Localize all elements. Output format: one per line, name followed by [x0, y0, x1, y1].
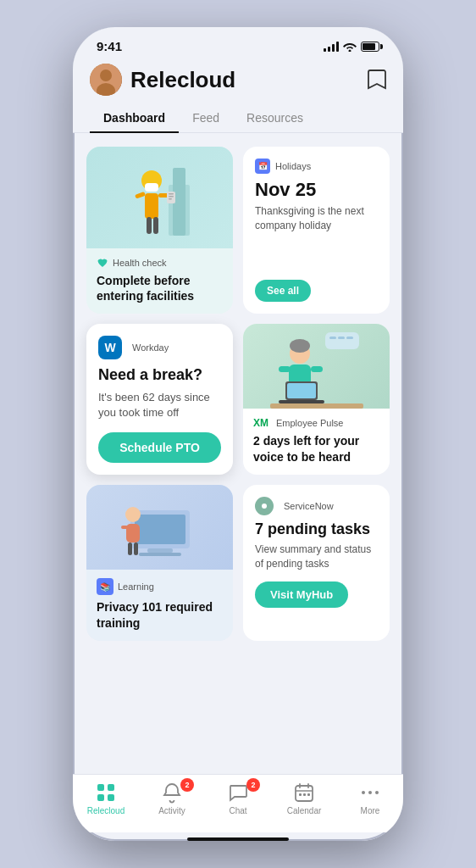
- employee-pulse-card[interactable]: XM Employee Pulse 2 days left for your v…: [243, 324, 390, 475]
- header-left: Relecloud: [90, 64, 235, 96]
- svg-point-1: [100, 70, 112, 81]
- nav-activity-label: Activity: [158, 806, 185, 815]
- svg-rect-28: [270, 403, 363, 409]
- svg-rect-15: [153, 217, 158, 234]
- tab-resources[interactable]: Resources: [233, 104, 317, 133]
- svg-rect-35: [121, 526, 128, 529]
- svg-rect-7: [145, 193, 158, 219]
- activity-badge: 2: [180, 778, 194, 792]
- pulse-card-content: XM Employee Pulse 2 days left for your v…: [243, 409, 390, 474]
- svg-point-50: [375, 791, 379, 794]
- svg-rect-37: [134, 542, 138, 555]
- svg-rect-46: [303, 793, 306, 796]
- svg-rect-45: [299, 793, 302, 796]
- workday-logo-icon: W: [98, 336, 122, 359]
- svg-rect-24: [311, 366, 323, 372]
- calendar-nav-icon: [293, 782, 315, 804]
- svg-rect-6: [145, 183, 158, 192]
- relecloud-nav-icon: [95, 782, 117, 804]
- svg-rect-18: [338, 337, 345, 339]
- svg-rect-30: [135, 515, 185, 544]
- svg-point-48: [362, 791, 365, 794]
- battery-icon: [361, 42, 379, 52]
- svg-rect-8: [135, 192, 146, 199]
- health-illustration: [86, 147, 233, 248]
- learning-card-content: 📚 Learning Privacy 101 required training: [86, 570, 233, 640]
- pulse-title: 2 days left for your voice to be heard: [253, 433, 379, 464]
- header: Relecloud: [73, 57, 403, 104]
- sn-title: 7 pending tasks: [255, 520, 378, 539]
- svg-rect-34: [126, 524, 140, 542]
- nav-more[interactable]: More: [345, 782, 396, 815]
- holidays-calendar-icon: 📅: [255, 159, 270, 174]
- bottom-nav: Relecloud 2 Activity 2 Chat: [73, 774, 403, 832]
- sn-source-row: ServiceNow: [255, 497, 378, 515]
- health-check-card[interactable]: Health check Complete before entering fa…: [86, 147, 233, 314]
- svg-rect-16: [325, 332, 359, 349]
- svg-rect-27: [279, 400, 324, 403]
- tab-dashboard[interactable]: Dashboard: [90, 104, 179, 133]
- signal-icon: [324, 42, 339, 52]
- svg-rect-23: [279, 366, 291, 372]
- content-bottom-spacer: [86, 651, 390, 665]
- status-time: 9:41: [97, 39, 122, 53]
- svg-rect-42: [97, 794, 104, 801]
- svg-rect-36: [128, 542, 132, 555]
- svg-point-33: [125, 507, 141, 522]
- home-indicator: [187, 837, 289, 841]
- tab-feed[interactable]: Feed: [179, 104, 233, 133]
- sn-source-label: ServiceNow: [284, 501, 334, 511]
- workday-source-row: W Workday: [98, 336, 221, 359]
- bookmark-icon[interactable]: [368, 69, 386, 91]
- heart-icon: [97, 257, 108, 269]
- book-icon: 📚: [97, 578, 113, 595]
- row-3: 📚 Learning Privacy 101 required training: [86, 485, 390, 640]
- learning-figure-svg: [109, 485, 211, 570]
- holidays-source-label: Holidays: [275, 161, 311, 171]
- avatar: [90, 64, 122, 96]
- phone-shell: 9:41 Relecloud: [73, 27, 403, 841]
- app-title: Relecloud: [130, 67, 235, 93]
- holiday-description: Thanksgiving is the next company holiday: [255, 204, 378, 271]
- nav-calendar[interactable]: Calendar: [279, 782, 329, 815]
- pulse-source: XM Employee Pulse: [253, 417, 379, 429]
- learning-card[interactable]: 📚 Learning Privacy 101 required training: [86, 485, 233, 640]
- workday-source-label: Workday: [132, 342, 169, 353]
- svg-point-49: [368, 791, 372, 794]
- status-icons: [324, 42, 379, 52]
- svg-rect-19: [346, 337, 353, 339]
- nav-activity[interactable]: 2 Activity: [147, 782, 197, 815]
- servicenow-card[interactable]: ServiceNow 7 pending tasks View summary …: [243, 485, 390, 640]
- schedule-pto-button[interactable]: Schedule PTO: [98, 432, 221, 463]
- nav-relecloud-label: Relecloud: [87, 806, 125, 815]
- row-2: W Workday Need a break? It's been 62 day…: [86, 324, 390, 475]
- visit-myhub-button[interactable]: Visit MyHub: [255, 581, 348, 608]
- servicenow-logo-icon: [255, 497, 274, 515]
- pulse-illustration: [243, 324, 390, 409]
- more-nav-icon: [359, 782, 381, 804]
- nav-more-label: More: [361, 806, 380, 815]
- tabs: Dashboard Feed Resources: [73, 104, 403, 133]
- nav-chat[interactable]: 2 Chat: [213, 782, 263, 815]
- svg-rect-31: [147, 548, 173, 553]
- nav-relecloud[interactable]: Relecloud: [80, 782, 131, 815]
- pulse-figure-svg: [262, 324, 372, 409]
- workday-card[interactable]: W Workday Need a break? It's been 62 day…: [86, 324, 233, 475]
- chat-badge: 2: [246, 778, 260, 792]
- holidays-card[interactable]: 📅 Holidays Nov 25 Thanksgiving is the ne…: [243, 147, 390, 314]
- svg-rect-26: [287, 383, 316, 398]
- learning-title: Privacy 101 required training: [97, 599, 223, 630]
- wifi-icon: [343, 42, 357, 52]
- svg-rect-47: [307, 793, 310, 796]
- health-source: Health check: [97, 257, 223, 269]
- svg-point-21: [290, 339, 310, 353]
- svg-rect-41: [108, 784, 114, 791]
- svg-rect-12: [169, 196, 174, 198]
- content-area: Health check Complete before entering fa…: [73, 133, 403, 774]
- workday-title: Need a break?: [98, 366, 221, 385]
- svg-rect-13: [169, 198, 172, 200]
- svg-rect-32: [139, 553, 181, 556]
- learning-illustration: [86, 485, 233, 570]
- svg-rect-11: [169, 193, 174, 195]
- see-all-button[interactable]: See all: [255, 280, 311, 302]
